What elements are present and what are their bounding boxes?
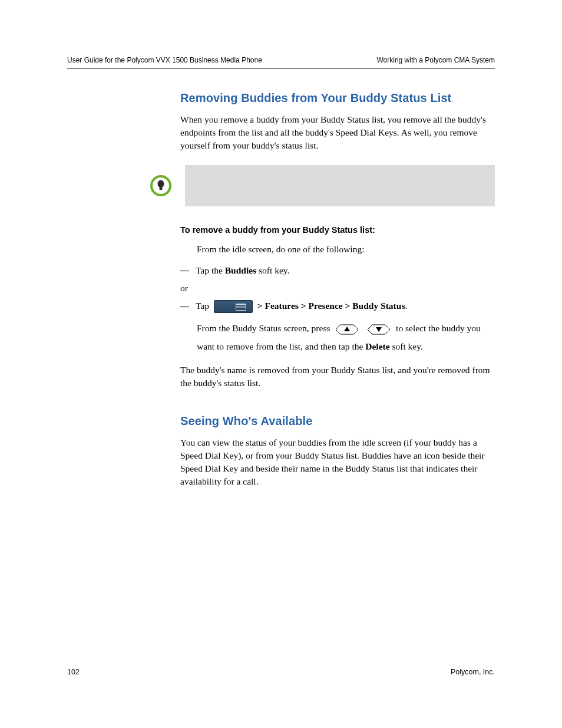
note-body-placeholder	[185, 165, 495, 206]
or-text: or	[180, 283, 495, 294]
header-left: User Guide for the Polycom VVX 1500 Busi…	[67, 56, 262, 64]
section-intro: When you remove a buddy from your Buddy …	[180, 113, 495, 152]
bullet-tap-buddies: — Tap the Buddies soft key.	[180, 264, 495, 277]
svg-point-1	[158, 180, 164, 188]
running-header: User Guide for the Polycom VVX 1500 Busi…	[67, 56, 495, 69]
footer-company: Polycom, Inc.	[451, 668, 495, 676]
down-arrow-button-icon	[366, 323, 391, 336]
page-footer: 102 Polycom, Inc.	[67, 668, 495, 676]
bullet-tap-menu-path: — Tap > Features > Presence > Buddy Stat…	[180, 299, 495, 313]
step2-mid-a: to select the	[396, 323, 442, 333]
bullet1-bold: Buddies	[225, 265, 256, 275]
section-title-seeing: Seeing Who's Available	[180, 414, 495, 428]
page-number: 102	[67, 668, 80, 676]
header-right: Working with a Polycom CMA System	[376, 56, 495, 64]
section2-body: You can view the status of your buddies …	[180, 436, 495, 488]
step-select-buddy: From the Buddy Status screen, press to s…	[197, 319, 495, 355]
tip-icon	[150, 174, 172, 197]
svg-rect-2	[160, 187, 163, 190]
bullet1-suffix: soft key.	[256, 265, 289, 275]
step-intro: From the idle screen, do one of the foll…	[197, 243, 495, 256]
bullet2-prefix: Tap	[196, 301, 211, 311]
bullet2-suffix: .	[405, 301, 407, 311]
bullet2-path: > Features > Presence > Buddy Status	[255, 301, 405, 311]
section-outro: The buddy's name is removed from your Bu…	[180, 364, 495, 390]
step2-suffix: soft key.	[390, 341, 423, 351]
dash-icon: —	[180, 264, 189, 276]
note-callout	[150, 165, 495, 206]
procedure-heading: To remove a buddy from your Buddy Status…	[180, 225, 495, 235]
bullet1-prefix: Tap the	[196, 265, 225, 275]
up-arrow-button-icon	[335, 323, 359, 336]
section-title-removing: Removing Buddies from Your Buddy Status …	[180, 91, 495, 105]
menu-button-icon	[214, 300, 253, 313]
step2-prefix: From the Buddy Status screen, press	[197, 323, 332, 333]
dash-icon: —	[180, 300, 189, 312]
step2-bold: Delete	[365, 341, 389, 351]
